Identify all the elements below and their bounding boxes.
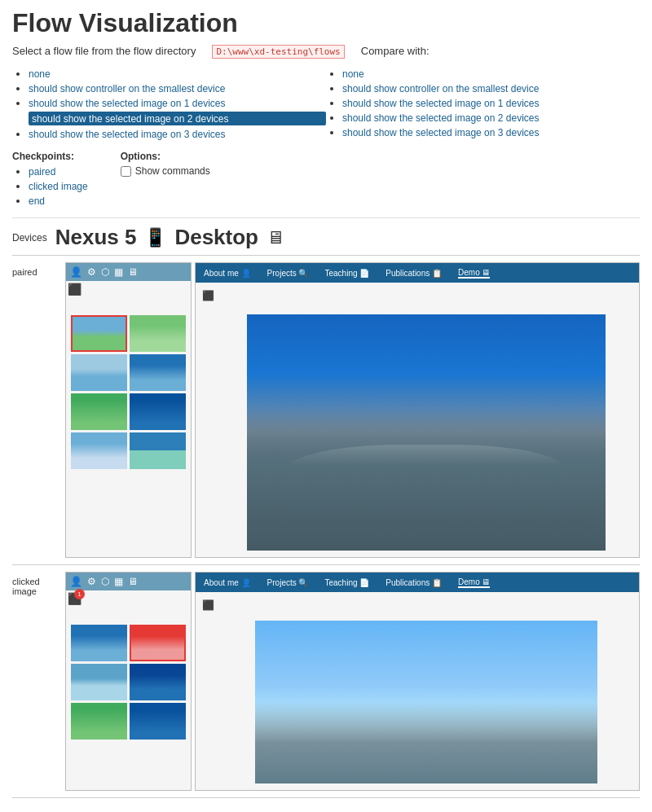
- options-section: Options: Show commands: [121, 151, 210, 209]
- checkpoints-section: Checkpoints: paired clicked image end: [12, 151, 88, 209]
- flow-item-3-selected[interactable]: should show the selected image on 2 devi…: [29, 112, 326, 125]
- cast-icon-mobile: ⬛: [68, 283, 82, 296]
- page-title: Flow Visualization: [12, 8, 640, 38]
- nav-about-2[interactable]: About me 👤: [204, 578, 251, 587]
- thumb-2[interactable]: [130, 315, 186, 352]
- devices-label: Devices: [12, 232, 47, 244]
- nav-publications[interactable]: Publications 📋: [385, 269, 442, 278]
- nav-projects[interactable]: Projects 🔍: [267, 269, 309, 278]
- flow-items-list: none should show controller on the small…: [12, 68, 326, 140]
- share-icon-2: ⬡: [101, 576, 109, 587]
- main-image-container-clicked: [196, 614, 639, 790]
- options-label: Options:: [121, 151, 210, 162]
- settings-icon-2: ⚙: [87, 576, 96, 587]
- nav-demo-2[interactable]: Demo 🖥: [458, 577, 490, 588]
- mobile-screen-paired: 👤 ⚙ ⬡ ▦ 🖥 ⬛: [65, 262, 192, 558]
- nav-teaching[interactable]: Teaching 📄: [325, 269, 370, 278]
- desktop-screen-clicked: About me 👤 Projects 🔍 Teaching 📄 Publica…: [195, 572, 640, 791]
- thumb-3b[interactable]: [71, 664, 127, 700]
- photo-grid-clicked: [68, 621, 189, 743]
- flow-item-1[interactable]: should show controller on the smallest d…: [29, 82, 326, 94]
- cast-badge: 1: [74, 589, 85, 599]
- checkpoint-row-paired: paired 👤 ⚙ ⬡ ▦ 🖥 ⬛: [12, 256, 640, 565]
- cast-icon-desktop: ⬛: [202, 290, 214, 301]
- thumb-4[interactable]: [130, 354, 186, 391]
- main-image-container-paired: [196, 308, 639, 557]
- compare-item-1[interactable]: should show controller on the smallest d…: [342, 82, 640, 94]
- desktop-navbar-clicked: About me 👤 Projects 🔍 Teaching 📄 Publica…: [196, 573, 639, 592]
- folder-path: D:\www\xd-testing\flows: [212, 45, 344, 59]
- mobile-icon: 📱: [144, 227, 166, 248]
- device-screens-paired: 👤 ⚙ ⬡ ▦ 🖥 ⬛: [65, 262, 640, 558]
- checkpoints-options-row: Checkpoints: paired clicked image end Op…: [12, 151, 640, 209]
- desktop-screen-paired: About me 👤 Projects 🔍 Teaching 📄 Publica…: [195, 262, 640, 558]
- nav-publications-2[interactable]: Publications 📋: [385, 578, 442, 587]
- desktop-icon: 🖥: [267, 227, 284, 248]
- select-label: Select a flow file from the flow directo…: [12, 45, 196, 57]
- device-screens-clicked: 👤 ⚙ ⬡ ▦ 🖥 ⬛ 1: [65, 572, 640, 791]
- device2-name: Desktop: [174, 225, 258, 250]
- mountain-overlay: [247, 409, 606, 551]
- desktop-navbar-paired: About me 👤 Projects 🔍 Teaching 📄 Publica…: [196, 263, 639, 283]
- checkpoint-clicked-image[interactable]: clicked image: [29, 180, 88, 192]
- nav-projects-2[interactable]: Projects 🔍: [267, 578, 309, 587]
- thumb-7[interactable]: [71, 432, 127, 469]
- show-commands-checkbox[interactable]: [121, 166, 131, 177]
- paired-label: paired: [12, 262, 57, 277]
- grid-icon: ▦: [114, 266, 123, 278]
- mobile-toolbar-clicked: 👤 ⚙ ⬡ ▦ 🖥: [66, 573, 191, 590]
- main-photo-clicked: [255, 621, 597, 783]
- person-icon: 👤: [70, 266, 82, 278]
- thumb-5b[interactable]: [71, 703, 127, 740]
- thumb-4b[interactable]: [130, 664, 186, 700]
- settings-icon: ⚙: [87, 266, 96, 278]
- photo-grid-paired: [68, 312, 189, 472]
- thumb-5[interactable]: [71, 393, 127, 430]
- compare-item-none[interactable]: none: [342, 68, 640, 80]
- checkpoints-label: Checkpoints:: [12, 151, 88, 162]
- select-flow-row: Select a flow file from the flow directo…: [12, 45, 640, 59]
- nav-about[interactable]: About me 👤: [204, 269, 251, 278]
- person-icon-2: 👤: [70, 576, 82, 587]
- compare-item-2[interactable]: should show the selected image on 1 devi…: [342, 97, 640, 109]
- monitor-icon: 🖥: [128, 266, 138, 278]
- flow-list-left: none should show controller on the small…: [12, 65, 326, 143]
- checkpoint-end[interactable]: end: [29, 195, 88, 207]
- checkpoint-paired[interactable]: paired: [29, 165, 88, 178]
- thumb-2b[interactable]: [130, 625, 186, 661]
- device1-name: Nexus 5: [55, 225, 137, 250]
- main-photo-paired: [247, 314, 606, 551]
- compare-items-list: none should show controller on the small…: [326, 68, 640, 138]
- compare-item-4[interactable]: should show the selected image on 3 devi…: [342, 126, 640, 138]
- flow-item-2[interactable]: should show the selected image on 1 devi…: [29, 97, 326, 109]
- share-icon: ⬡: [101, 266, 109, 278]
- thumb-6b[interactable]: [130, 703, 186, 740]
- flow-lists: none should show controller on the small…: [12, 65, 640, 143]
- grid-icon-2: ▦: [114, 576, 123, 587]
- thumb-8[interactable]: [130, 432, 186, 469]
- clicked-image-label: clicked image: [12, 572, 57, 596]
- compare-with-label: Compare with:: [361, 45, 430, 57]
- nav-teaching-2[interactable]: Teaching 📄: [325, 578, 370, 587]
- checkpoint-row-clicked: clicked image 👤 ⚙ ⬡ ▦ 🖥 ⬛ 1: [12, 565, 640, 798]
- thumb-3[interactable]: [71, 354, 127, 391]
- thumb-6[interactable]: [130, 393, 186, 430]
- mobile-screen-clicked: 👤 ⚙ ⬡ ▦ 🖥 ⬛ 1: [65, 572, 192, 791]
- flow-item-none[interactable]: none: [29, 68, 326, 80]
- compare-item-3[interactable]: should show the selected image on 2 devi…: [342, 112, 640, 124]
- nav-demo[interactable]: Demo 🖥: [458, 268, 490, 279]
- monitor-icon-2: 🖥: [128, 576, 138, 587]
- show-commands-row: Show commands: [121, 165, 210, 177]
- cast-icon-desktop-2: ⬛: [202, 599, 214, 611]
- mobile-toolbar-paired: 👤 ⚙ ⬡ ▦ 🖥: [66, 263, 191, 281]
- mountain-2: [255, 702, 597, 783]
- checkpoint-section-paired: paired 👤 ⚙ ⬡ ▦ 🖥 ⬛: [12, 255, 640, 798]
- show-commands-label: Show commands: [135, 165, 210, 177]
- flow-list-right: none should show controller on the small…: [326, 65, 640, 143]
- flow-item-4[interactable]: should show the selected image on 3 devi…: [29, 128, 326, 140]
- thumb-1b[interactable]: [71, 625, 127, 661]
- devices-header: Devices Nexus 5 📱 Desktop 🖥: [12, 217, 640, 250]
- checkpoints-list: paired clicked image end: [12, 165, 88, 207]
- thumb-1[interactable]: [71, 315, 127, 352]
